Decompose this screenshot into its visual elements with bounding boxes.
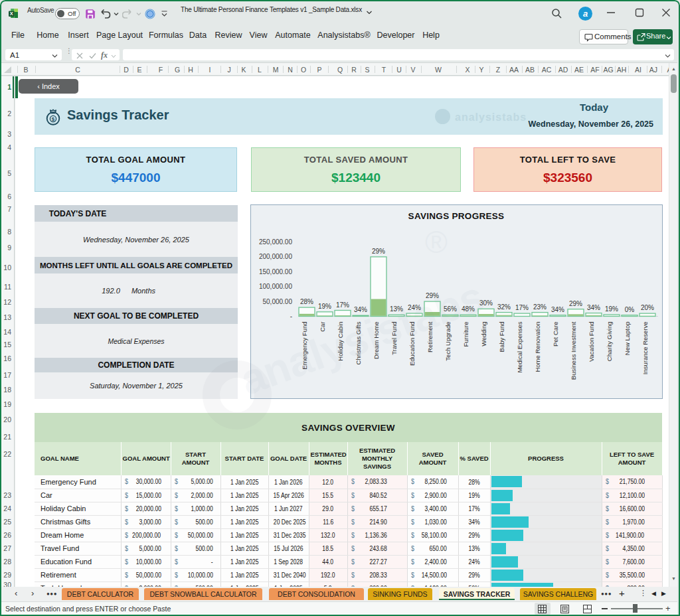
svg-text:-: - bbox=[290, 313, 292, 320]
svg-text:17%: 17% bbox=[515, 304, 529, 311]
svg-text:23%: 23% bbox=[533, 303, 547, 311]
svg-text:17%: 17% bbox=[336, 301, 349, 309]
svg-text:Baby Fund: Baby Fund bbox=[498, 322, 505, 352]
svg-text:19%: 19% bbox=[605, 305, 618, 313]
svg-text:New Laptop: New Laptop bbox=[624, 322, 631, 356]
svg-text:250,000.00: 250,000.00 bbox=[259, 238, 292, 246]
svg-text:Pet Care: Pet Care bbox=[552, 322, 559, 347]
svg-text:28%: 28% bbox=[300, 298, 313, 305]
svg-text:29%: 29% bbox=[569, 300, 582, 307]
svg-text:SAVINGS PROGRESS: SAVINGS PROGRESS bbox=[408, 211, 505, 221]
svg-text:100,000.00: 100,000.00 bbox=[259, 283, 292, 290]
svg-text:Medical Expenses: Medical Expenses bbox=[516, 321, 523, 372]
svg-text:29%: 29% bbox=[372, 248, 385, 255]
svg-text:X: X bbox=[10, 11, 13, 17]
svg-text:Charity Giving: Charity Giving bbox=[606, 322, 613, 362]
svg-text:34%: 34% bbox=[551, 306, 564, 313]
svg-text:®: ® bbox=[425, 225, 448, 260]
svg-text:Business Investment: Business Investment bbox=[570, 321, 577, 380]
svg-text:34%: 34% bbox=[587, 304, 600, 311]
svg-text:200,000.00: 200,000.00 bbox=[259, 253, 292, 260]
svg-text:19%: 19% bbox=[318, 303, 331, 310]
svg-text:150,000.00: 150,000.00 bbox=[259, 268, 292, 275]
svg-text:0%: 0% bbox=[625, 306, 635, 313]
svg-text:20%: 20% bbox=[641, 304, 654, 311]
svg-text:$: $ bbox=[52, 116, 55, 122]
svg-text:Vacation Fund: Vacation Fund bbox=[588, 322, 595, 362]
svg-text:Insurance Reserve: Insurance Reserve bbox=[641, 322, 649, 375]
svg-text:Home Renovation: Home Renovation bbox=[534, 322, 541, 372]
svg-text:50,000.00: 50,000.00 bbox=[263, 298, 293, 305]
